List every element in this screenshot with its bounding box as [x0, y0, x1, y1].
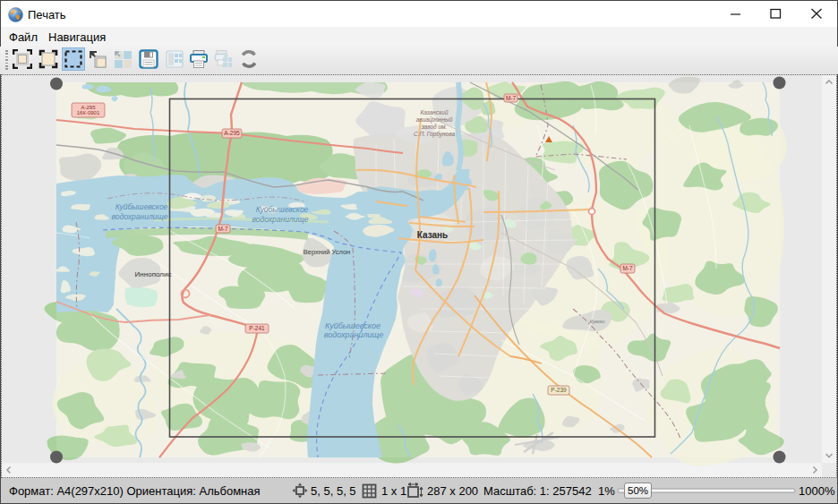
svg-text:16К-0901: 16К-0901 [77, 110, 100, 115]
svg-text:С.П. Горбунова: С.П. Горбунова [414, 131, 455, 138]
svg-text:Иннополис: Иннополис [135, 270, 172, 278]
svg-text:М-7: М-7 [218, 226, 228, 232]
svg-text:А-295: А-295 [224, 130, 240, 136]
svg-text:Казань: Казань [417, 230, 449, 240]
svg-text:завод им.: завод им. [421, 124, 448, 130]
svg-text:Куйбышевское: Куйбышевское [325, 321, 381, 330]
svg-text:Р-239: Р-239 [551, 387, 567, 393]
svg-text:водохранилище: водохранилище [112, 212, 168, 221]
svg-text:Р-241: Р-241 [249, 325, 265, 331]
svg-text:Куюки: Куюки [589, 319, 605, 324]
svg-text:Казанский: Казанский [421, 109, 449, 115]
svg-text:А-295: А-295 [81, 105, 96, 110]
svg-text:М-7: М-7 [622, 265, 633, 271]
svg-text:Куйбышевское: Куйбышевское [256, 205, 309, 214]
svg-text:водохранилище: водохранилище [252, 215, 309, 224]
svg-text:М-7: М-7 [506, 95, 517, 101]
svg-text:Верхний Услон: Верхний Услон [304, 248, 350, 256]
svg-text:авиационный: авиационный [416, 116, 453, 124]
svg-text:Куйбышевское: Куйбышевское [115, 202, 168, 211]
svg-text:водохранилище: водохранилище [324, 330, 384, 339]
